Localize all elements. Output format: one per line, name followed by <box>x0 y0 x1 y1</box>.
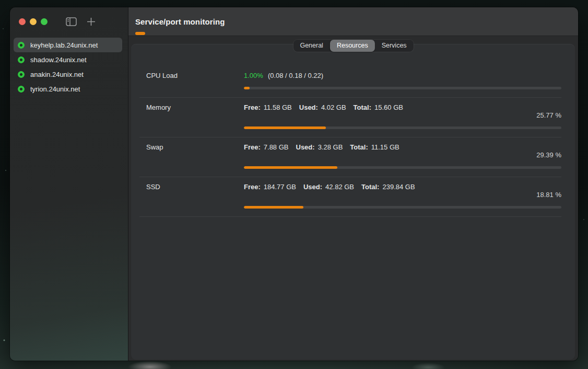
row-label: Memory <box>146 103 171 111</box>
sidebar-toggle-button[interactable] <box>65 16 77 27</box>
status-ok-icon <box>18 56 25 63</box>
used-value: 3.28 GB <box>318 143 343 151</box>
tab-general[interactable]: General <box>293 40 330 52</box>
total-label: Total: <box>350 143 368 151</box>
sidebar-header <box>10 7 128 36</box>
total-label: Total: <box>354 103 371 111</box>
zoom-button[interactable] <box>41 18 48 25</box>
status-ok-icon <box>18 86 25 93</box>
sidebar: keyhelp.lab.24unix.net shadow.24unix.net… <box>10 7 128 361</box>
row-label: SSD <box>146 183 160 191</box>
desktop-wallpaper: keyhelp.lab.24unix.net shadow.24unix.net… <box>0 0 588 369</box>
status-ok-icon <box>18 42 25 49</box>
server-label: tyrion.24unix.net <box>30 85 80 93</box>
memory-values: Free:11.58 GBUsed:4.02 GBTotal:15.60 GB <box>244 103 561 111</box>
resources-box: CPU Load 1.00%(0.08 / 0.18 / 0.22) Memor… <box>131 44 575 360</box>
free-label: Free: <box>244 103 261 111</box>
tab-services[interactable]: Services <box>375 40 414 52</box>
ssd-progressbar-fill <box>244 206 303 209</box>
total-value: 239.84 GB <box>382 183 415 191</box>
cpu-values: 1.00%(0.08 / 0.18 / 0.22) <box>244 72 561 79</box>
sidebar-item-shadow[interactable]: shadow.24unix.net <box>14 52 122 67</box>
swap-percent: 29.39 % <box>536 151 561 159</box>
tab-resources[interactable]: Resources <box>330 40 375 52</box>
total-value: 11.15 GB <box>371 143 399 151</box>
sidebar-toggle-icon <box>66 17 77 26</box>
swap-progressbar <box>244 166 561 169</box>
sidebar-item-anakin[interactable]: anakin.24unix.net <box>14 67 122 82</box>
free-value: 184.77 GB <box>264 183 296 191</box>
free-value: 7.88 GB <box>264 143 289 151</box>
tab-bar: General Resources Services <box>293 40 413 52</box>
minimize-button[interactable] <box>30 18 37 25</box>
used-label: Used: <box>303 183 322 191</box>
page-title: Service/port monitoring <box>135 17 225 26</box>
add-server-button[interactable] <box>85 16 97 27</box>
free-label: Free: <box>244 183 261 191</box>
ssd-progressbar <box>244 206 561 209</box>
used-label: Used: <box>299 103 318 111</box>
cpu-progressbar-fill <box>244 87 250 89</box>
app-window: keyhelp.lab.24unix.net shadow.24unix.net… <box>10 7 578 361</box>
total-label: Total: <box>361 183 379 191</box>
status-ok-icon <box>18 71 25 78</box>
resource-row-swap: Swap Free:7.88 GBUsed:3.28 GBTotal:11.15… <box>131 137 575 177</box>
resource-row-ssd: SSD Free:184.77 GBUsed:42.82 GBTotal:239… <box>131 177 575 216</box>
resource-row-memory: Memory Free:11.58 GBUsed:4.02 GBTotal:15… <box>131 98 575 137</box>
cpu-load-value: 1.00% <box>244 72 263 79</box>
resource-row-cpu: CPU Load 1.00%(0.08 / 0.18 / 0.22) <box>131 44 575 97</box>
row-label: Swap <box>146 143 163 151</box>
free-label: Free: <box>244 143 261 151</box>
row-separator <box>139 216 561 217</box>
cpu-progressbar <box>244 87 561 89</box>
scrolled-progressbar-fragment <box>135 32 145 35</box>
memory-progressbar-fill <box>244 126 326 129</box>
memory-progressbar <box>244 126 561 129</box>
sidebar-item-tyrion[interactable]: tyrion.24unix.net <box>14 82 122 96</box>
used-value: 4.02 GB <box>321 103 346 111</box>
server-label: shadow.24unix.net <box>30 56 87 64</box>
used-label: Used: <box>296 143 315 151</box>
total-value: 15.60 GB <box>374 103 403 111</box>
sidebar-item-keyhelp[interactable]: keyhelp.lab.24unix.net <box>14 38 122 52</box>
server-label: anakin.24unix.net <box>30 71 84 78</box>
ssd-values: Free:184.77 GBUsed:42.82 GBTotal:239.84 … <box>244 183 561 191</box>
swap-values: Free:7.88 GBUsed:3.28 GBTotal:11.15 GB <box>244 143 561 151</box>
plus-icon <box>87 17 96 26</box>
main-panel: Service/port monitoring General Resource… <box>128 7 578 361</box>
server-label: keyhelp.lab.24unix.net <box>30 41 98 49</box>
free-value: 11.58 GB <box>264 103 292 111</box>
cpu-load-averages: (0.08 / 0.18 / 0.22) <box>268 72 323 79</box>
ssd-percent: 18.81 % <box>536 191 561 199</box>
used-value: 42.82 GB <box>325 183 354 191</box>
swap-progressbar-fill <box>244 166 337 169</box>
row-label: CPU Load <box>146 72 178 79</box>
toolbar: Service/port monitoring <box>128 7 578 36</box>
server-list: keyhelp.lab.24unix.net shadow.24unix.net… <box>10 36 128 96</box>
memory-percent: 25.77 % <box>536 111 561 119</box>
close-button[interactable] <box>19 18 26 25</box>
